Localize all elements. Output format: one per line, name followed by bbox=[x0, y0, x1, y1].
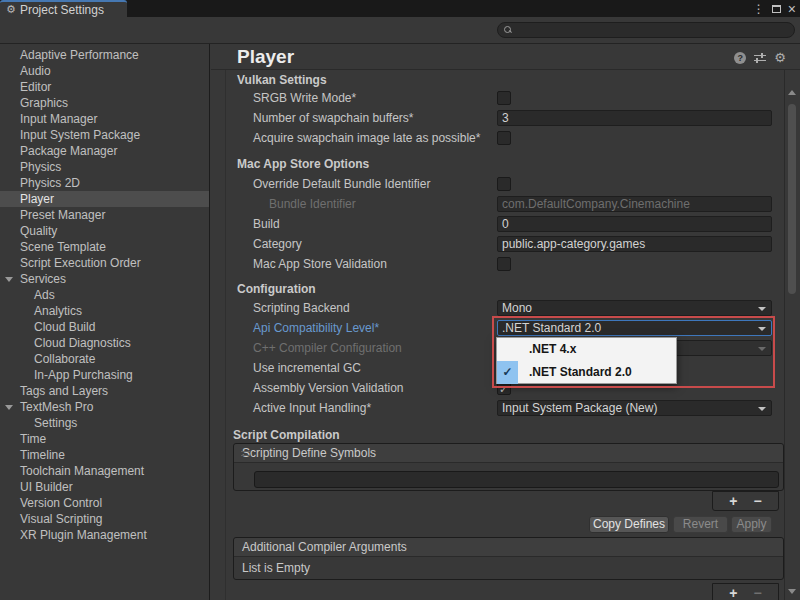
setting-row: Category public.app-category.games bbox=[211, 236, 784, 252]
window-menu-icon[interactable]: ⋮ bbox=[753, 3, 765, 15]
sidebar-item-time[interactable]: Time bbox=[0, 431, 209, 447]
help-icon[interactable]: ? bbox=[734, 52, 746, 64]
scripting-backend-dropdown[interactable]: Mono bbox=[497, 300, 772, 316]
sidebar-item-package-manager[interactable]: Package Manager bbox=[0, 143, 209, 159]
sidebar-item-visual-scripting[interactable]: Visual Scripting bbox=[0, 511, 209, 527]
sidebar-item-version-control[interactable]: Version Control bbox=[0, 495, 209, 511]
sidebar-item-player[interactable]: Player bbox=[0, 191, 209, 207]
sidebar-item-adaptive-performance[interactable]: Adaptive Performance bbox=[0, 47, 209, 63]
section-configuration: Configuration bbox=[237, 281, 316, 297]
scrollbar[interactable] bbox=[784, 70, 798, 600]
player-header: Player ? ⚙ bbox=[211, 44, 800, 70]
menu-item-net-4x[interactable]: .NET 4.x bbox=[497, 338, 676, 361]
remove-button[interactable]: − bbox=[754, 494, 762, 508]
setting-row: Acquire swapchain image late as possible… bbox=[211, 130, 784, 146]
sidebar-item-editor[interactable]: Editor bbox=[0, 79, 209, 95]
active-input-handling-dropdown[interactable]: Input System Package (New) bbox=[497, 400, 772, 416]
sidebar-item-timeline[interactable]: Timeline bbox=[0, 447, 209, 463]
chevron-down-icon bbox=[758, 327, 766, 331]
revert-button[interactable]: Revert bbox=[673, 516, 728, 533]
empty-list-label: List is Empty bbox=[234, 557, 783, 579]
copy-defines-button[interactable]: Copy Defines bbox=[589, 516, 669, 533]
mac-app-store-validation-checkbox[interactable] bbox=[497, 257, 511, 271]
sidebar-item-textmesh-pro[interactable]: TextMesh Pro bbox=[0, 399, 209, 415]
setting-row: SRGB Write Mode* bbox=[211, 90, 784, 106]
sidebar-item-physics[interactable]: Physics bbox=[0, 159, 209, 175]
sidebar-item-analytics[interactable]: Analytics bbox=[0, 303, 209, 319]
sidebar-item-preset-manager[interactable]: Preset Manager bbox=[0, 207, 209, 223]
sidebar-item-tags-and-layers[interactable]: Tags and Layers bbox=[0, 383, 209, 399]
additional-compiler-arguments-header: Additional Compiler Arguments bbox=[234, 538, 783, 557]
tab-title: Project Settings bbox=[20, 3, 104, 17]
section-mac-app-store: Mac App Store Options bbox=[237, 156, 369, 172]
api-compatibility-dropdown[interactable]: .NET Standard 2.0 bbox=[497, 320, 772, 336]
page-title: Player bbox=[237, 46, 294, 68]
scripting-define-symbols-box: Scripting Define Symbols bbox=[233, 443, 784, 491]
chevron-down-icon bbox=[758, 347, 766, 351]
sidebar-item-ui-builder[interactable]: UI Builder bbox=[0, 479, 209, 495]
sidebar-item-cloud-diagnostics[interactable]: Cloud Diagnostics bbox=[0, 335, 209, 351]
check-icon: ✓ bbox=[497, 361, 518, 384]
swapchain-buffers-field[interactable]: 3 bbox=[497, 110, 772, 126]
chevron-down-icon bbox=[758, 307, 766, 311]
setting-row: Mac App Store Validation bbox=[211, 256, 784, 272]
sidebar-item-ads[interactable]: Ads bbox=[0, 287, 209, 303]
drag-handle-icon[interactable] bbox=[241, 451, 251, 456]
foldout-arrow-icon[interactable] bbox=[5, 405, 13, 410]
menu-item-net-standard-20[interactable]: ✓ .NET Standard 2.0 bbox=[497, 361, 676, 384]
scroll-down-icon[interactable] bbox=[788, 589, 796, 594]
sidebar-item-graphics[interactable]: Graphics bbox=[0, 95, 209, 111]
section-script-compilation: Script Compilation bbox=[233, 427, 340, 443]
scripting-define-symbols-header: Scripting Define Symbols bbox=[234, 444, 783, 463]
sidebar-item-script-execution-order[interactable]: Script Execution Order bbox=[0, 255, 209, 271]
close-icon[interactable]: × bbox=[788, 2, 796, 16]
setting-row: Bundle Identifier com.DefaultCompany.Cin… bbox=[211, 196, 784, 212]
search-input[interactable] bbox=[512, 23, 794, 37]
setting-row: Override Default Bundle Identifier bbox=[211, 176, 784, 192]
sidebar-item-cloud-build[interactable]: Cloud Build bbox=[0, 319, 209, 335]
sidebar-item-audio[interactable]: Audio bbox=[0, 63, 209, 79]
settings-sidebar: Adaptive Performance Audio Editor Graphi… bbox=[0, 44, 210, 600]
sidebar-item-in-app-purchasing[interactable]: In-App Purchasing bbox=[0, 367, 209, 383]
remove-button[interactable]: − bbox=[754, 586, 762, 600]
sidebar-item-tmp-settings[interactable]: Settings bbox=[0, 415, 209, 431]
setting-row: Api Compatibility Level* .NET Standard 2… bbox=[211, 320, 784, 336]
list-footer: + − bbox=[712, 491, 779, 511]
presets-icon[interactable] bbox=[754, 53, 766, 63]
titlebar: ⚙ Project Settings ⋮ × bbox=[0, 0, 800, 17]
sidebar-item-input-system-package[interactable]: Input System Package bbox=[0, 127, 209, 143]
add-button[interactable]: + bbox=[729, 586, 737, 600]
apply-button[interactable]: Apply bbox=[731, 516, 772, 533]
sidebar-item-input-manager[interactable]: Input Manager bbox=[0, 111, 209, 127]
search-box[interactable] bbox=[497, 22, 795, 38]
define-symbol-field[interactable] bbox=[254, 471, 779, 488]
srgb-write-mode-checkbox[interactable] bbox=[497, 91, 511, 105]
gear-icon[interactable]: ⚙ bbox=[774, 51, 786, 64]
setting-row: Build 0 bbox=[211, 216, 784, 232]
sidebar-item-toolchain-management[interactable]: Toolchain Management bbox=[0, 463, 209, 479]
sidebar-item-services[interactable]: Services bbox=[0, 271, 209, 287]
maximize-icon[interactable] bbox=[772, 5, 781, 13]
player-settings-panel: Vulkan Settings SRGB Write Mode* Number … bbox=[211, 70, 784, 600]
sidebar-item-scene-template[interactable]: Scene Template bbox=[0, 239, 209, 255]
build-field[interactable]: 0 bbox=[497, 216, 772, 232]
sidebar-item-physics-2d[interactable]: Physics 2D bbox=[0, 175, 209, 191]
setting-row: Scripting Backend Mono bbox=[211, 300, 784, 316]
scrollbar-thumb[interactable] bbox=[788, 104, 796, 294]
toolbar bbox=[0, 17, 800, 44]
sidebar-item-quality[interactable]: Quality bbox=[0, 223, 209, 239]
override-bundle-identifier-checkbox[interactable] bbox=[497, 177, 511, 191]
search-icon bbox=[504, 26, 512, 34]
gear-icon: ⚙ bbox=[6, 4, 16, 15]
tab-project-settings[interactable]: ⚙ Project Settings bbox=[0, 0, 127, 17]
setting-row: Number of swapchain buffers* 3 bbox=[211, 110, 784, 126]
sidebar-item-xr-plugin-management[interactable]: XR Plugin Management bbox=[0, 527, 209, 543]
api-compatibility-menu: .NET 4.x ✓ .NET Standard 2.0 bbox=[496, 337, 677, 384]
category-field[interactable]: public.app-category.games bbox=[497, 236, 772, 252]
sidebar-item-collaborate[interactable]: Collaborate bbox=[0, 351, 209, 367]
scroll-up-icon[interactable] bbox=[788, 90, 796, 95]
foldout-arrow-icon[interactable] bbox=[5, 277, 13, 282]
acquire-swapchain-late-checkbox[interactable] bbox=[497, 131, 511, 145]
add-button[interactable]: + bbox=[729, 494, 737, 508]
list-footer: + − bbox=[712, 583, 779, 600]
